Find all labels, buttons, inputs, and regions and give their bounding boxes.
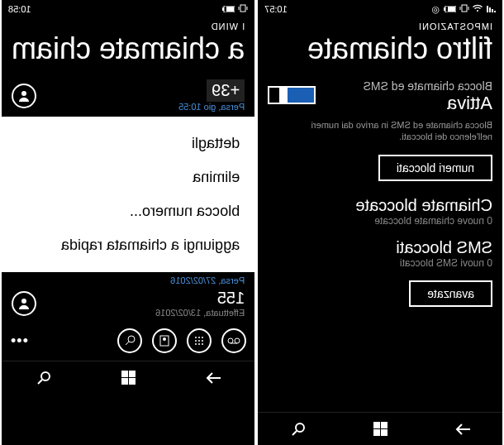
svg-point-25	[41, 372, 50, 380]
location-icon: ◎	[431, 4, 440, 15]
clock-time: 10:58	[8, 4, 31, 14]
status-bar: 10:58	[2, 0, 254, 18]
block-label: Blocca chiamate ed SMS	[364, 79, 492, 93]
svg-point-20	[198, 343, 200, 345]
blocked-sms-title[interactable]: SMS bloccati	[268, 238, 492, 257]
blocked-numbers-button[interactable]: numeri bloccati	[378, 155, 492, 181]
blocked-calls-title[interactable]: Chiamate bloccate	[268, 196, 492, 215]
call-status: Persa, gio 10:55	[178, 102, 245, 112]
start-icon[interactable]	[120, 370, 136, 386]
dialpad-button[interactable]	[187, 328, 212, 353]
page-title: filtro chiamate	[258, 31, 502, 74]
settings-content: Blocca chiamate ed SMS Attiva Blocca chi…	[258, 74, 502, 412]
svg-point-23	[163, 337, 166, 341]
battery-icon	[221, 4, 235, 14]
menu-block-number[interactable]: blocca numero...	[17, 194, 240, 228]
svg-point-17	[198, 340, 200, 342]
date-separator: Persa, 27/02/2016	[12, 272, 245, 289]
svg-point-21	[195, 343, 197, 345]
signal-icon	[486, 4, 496, 14]
back-icon[interactable]	[204, 370, 221, 386]
context-menu: dettagli elimina blocca numero... aggiun…	[2, 117, 254, 272]
blocked-calls-count: 0 nuove chiamate bloccate	[268, 215, 492, 227]
blocked-sms-count: 0 nuovi SMS bloccati	[268, 257, 492, 269]
menu-speed-dial[interactable]: aggiungi a chiamata rapida	[17, 228, 240, 262]
block-toggle[interactable]	[268, 86, 316, 104]
svg-point-4	[296, 423, 304, 432]
svg-point-12	[228, 338, 233, 343]
status-bar: ◎ 10:57	[258, 0, 502, 18]
clock-time: 10:57	[264, 4, 288, 14]
call-entry-top[interactable]: +39 Persa, gio 10:55	[2, 74, 254, 117]
svg-rect-0	[462, 5, 467, 12]
page-category: I WIND	[2, 18, 254, 31]
phone-right-calls: 10:58 I WIND a chiamate chiam +39 Persa,…	[0, 0, 256, 445]
avatar-icon[interactable]	[12, 84, 36, 108]
svg-rect-8	[222, 7, 224, 11]
svg-point-15	[195, 337, 197, 338]
svg-point-24	[128, 336, 135, 342]
help-text: Blocca chiamate ed SMS in arrivo dai num…	[268, 119, 492, 143]
phone-left-settings: ◎ 10:57 IMPOSTAZIONI filtro chiamate Blo…	[256, 0, 504, 445]
advanced-button[interactable]: avanzate	[409, 280, 492, 307]
svg-rect-7	[226, 7, 234, 12]
phone-number: 155	[155, 289, 245, 308]
svg-rect-3	[444, 7, 445, 11]
svg-point-9	[21, 91, 26, 96]
search-button[interactable]	[117, 328, 142, 353]
avatar-icon[interactable]	[12, 291, 36, 316]
vibrate-icon	[459, 4, 469, 14]
nav-bar	[2, 361, 254, 394]
battery-icon	[443, 4, 456, 14]
vibrate-icon	[238, 4, 248, 14]
toggle-value: Attiva	[364, 93, 492, 114]
more-button[interactable]: •••	[10, 333, 28, 350]
call-status: Effettuata, 13/02/2016	[155, 308, 245, 318]
nav-bar	[258, 412, 502, 445]
call-entry[interactable]: 155 Effettuata, 13/02/2016	[12, 289, 245, 318]
wifi-icon	[473, 4, 483, 14]
back-icon[interactable]	[454, 421, 470, 438]
svg-rect-2	[448, 7, 455, 12]
page-category: IMPOSTAZIONI	[258, 18, 502, 31]
menu-delete[interactable]: elimina	[17, 160, 240, 194]
svg-point-16	[202, 340, 203, 342]
contacts-button[interactable]	[152, 328, 177, 353]
svg-point-10	[21, 299, 26, 304]
start-icon[interactable]	[372, 421, 388, 438]
app-bar: •••	[2, 321, 254, 361]
search-icon[interactable]	[36, 370, 52, 386]
svg-point-18	[195, 340, 197, 342]
svg-point-14	[198, 337, 200, 338]
phone-number: +39	[207, 79, 245, 102]
svg-point-19	[202, 343, 203, 345]
page-title: a chiamate chiam	[2, 31, 254, 74]
svg-rect-5	[240, 5, 245, 12]
call-history: Persa, 27/02/2016 155 Effettuata, 13/02/…	[2, 272, 254, 321]
menu-details[interactable]: dettagli	[17, 127, 240, 160]
search-icon[interactable]	[290, 421, 307, 438]
svg-point-11	[235, 338, 240, 343]
svg-point-13	[202, 337, 203, 338]
voicemail-button[interactable]	[221, 328, 246, 353]
